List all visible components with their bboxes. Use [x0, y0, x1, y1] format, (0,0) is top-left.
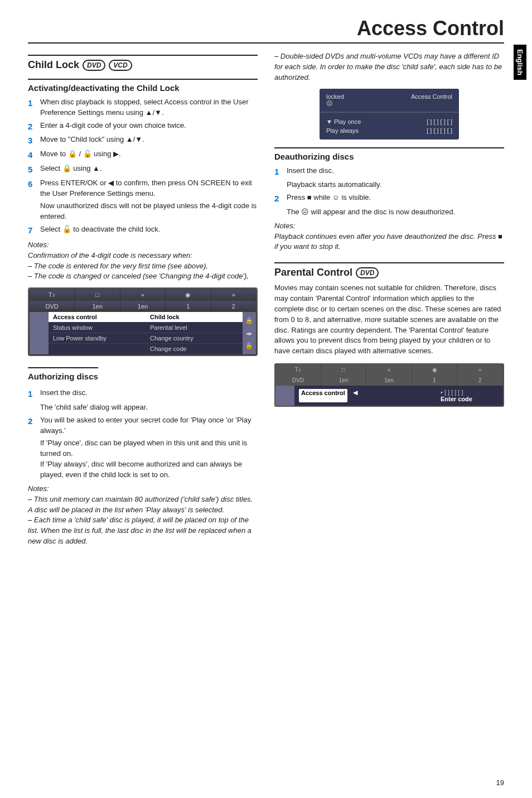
osd-lock-icons: 🔒 ◂▸ 🔓 [243, 312, 256, 354]
step-num-1: 1 [28, 97, 40, 118]
osd-tab-label: DVD [30, 301, 75, 312]
osd-row-left: ▼ Play once [326, 118, 361, 125]
deauth-indent1: Playback starts automatically. [287, 180, 504, 190]
osd-tab: » [211, 289, 256, 301]
osd-row-right: [ ] [ ] [ ] [ ] [427, 127, 452, 134]
osd-tab: ◉ [166, 289, 211, 301]
step-text: Press ■ while ☺ is visible. [287, 193, 504, 205]
osd-tab-label: 2 [457, 375, 503, 386]
step-num-3: 3 [28, 134, 40, 147]
authorizing-indent: The 'child safe' dialog will appear. [40, 402, 258, 413]
osd-tab: □ [321, 364, 367, 375]
notes-block-1: Notes: Confirmation of the 4-digit code … [28, 240, 258, 282]
left-column: Child Lock DVD VCD Activating/deactivati… [28, 51, 258, 547]
osd-menu-right: Child lock Parental level Change country… [146, 312, 243, 354]
step-text: Select 🔒 using ▲. [40, 164, 258, 176]
osd-screenshot-1: T♪ □ « ◉ » DVD 1en 1en 1 2 Access contro [28, 287, 258, 356]
step-num-6: 6 [28, 178, 40, 199]
right-column: – Double-sided DVDs and multi-volume VCD… [274, 51, 504, 547]
subsection-deauthorizing: Deauthorizing discs [274, 147, 504, 161]
osd-row-left: Play always [326, 127, 359, 134]
osd-tab-label: 1 [166, 301, 211, 312]
lock-closed-icon: 🔒 [245, 317, 253, 324]
step-num-5: 5 [28, 164, 40, 176]
section-child-lock-label: Child Lock [28, 59, 79, 71]
osd-row-right: Parental level [150, 324, 187, 331]
osd-screenshot-2: T♪ □ « ◉ » DVD 1en 1en 1 2 Access contro… [274, 363, 504, 407]
step-text: Move to "Child lock" using ▲/▼. [40, 134, 258, 147]
osd-row-left: Low Power standby [53, 335, 107, 342]
step-text: Select 🔓 to deactivate the child lock. [40, 224, 258, 237]
osd-sidebar [275, 386, 294, 406]
step-text: When disc playback is stopped, select Ac… [40, 97, 258, 118]
activating-step7: 7Select 🔓 to deactivate the child lock. [28, 224, 258, 237]
notes-block-2: Notes: – This unit memory can maintain 8… [28, 484, 258, 547]
top-note: – Double-sided DVDs and multi-volume VCD… [274, 51, 504, 83]
osd-locked-dialog: locked☹ Access Control ▼ Play once[ ] [ … [320, 89, 459, 140]
deauth-step2: 2Press ■ while ☺ is visible. [274, 193, 504, 205]
osd-menu: Access control Status window Low Power s… [49, 312, 146, 354]
notes-heading: Notes: [28, 240, 258, 251]
note-line: – The code is entered for the very first… [28, 261, 258, 272]
note-line: – This unit memory can maintain 80 autho… [28, 494, 258, 516]
authorizing-para-b: If 'Play always', disc will become autho… [40, 459, 258, 480]
osd-row-right: Child lock [150, 314, 180, 320]
dvd-badge-icon: DVD [83, 60, 105, 71]
osd-row-right: Change country [150, 335, 194, 342]
subsection-authorizing: Authorizing discs [28, 367, 98, 381]
vcd-badge-icon: VCD [109, 60, 132, 71]
osd-tab-label: 1en [75, 301, 120, 312]
osd-sidebar-icons [30, 312, 49, 354]
step-num-1: 1 [28, 388, 40, 400]
osd-tab: ◉ [412, 364, 458, 375]
lock-open-icon: 🔓 [245, 342, 253, 349]
osd-tab: « [120, 289, 166, 301]
step-text: Enter a 4-digit code of your own choice … [40, 121, 258, 133]
section-child-lock: Child Lock DVD VCD [28, 55, 258, 71]
step-num-1: 1 [274, 166, 287, 178]
osd-access-control-hi: Access control [299, 389, 347, 402]
osd-tab-label: DVD [275, 375, 321, 386]
osd-enter-code: Enter code [441, 396, 499, 402]
osd-row-left: Access control [53, 314, 97, 320]
osd-head-left: locked☹ [326, 93, 344, 107]
osd-tab: T♪ [30, 289, 75, 301]
step-num-7: 7 [28, 224, 40, 237]
step-num-2: 2 [274, 193, 287, 205]
activating-steps: 1When disc playback is stopped, select A… [28, 97, 258, 199]
page-number: 19 [496, 778, 504, 787]
step-num-4: 4 [28, 149, 40, 161]
notes-heading: Notes: [274, 221, 504, 232]
arrows-icon: ◂▸ [246, 330, 253, 337]
authorizing-para-a: If 'Play once', disc can be played when … [40, 438, 258, 459]
parental-para: Movies may contain scenes not suitable f… [274, 283, 504, 357]
osd-tab: » [457, 364, 503, 375]
step-num-2: 2 [28, 415, 40, 436]
step6-note: Now unauthorized discs will not be playe… [40, 201, 258, 222]
step-text: Insert the disc. [287, 166, 504, 178]
step-text: Insert the disc. [40, 388, 258, 400]
step-text: Press ENTER/OK or ◀ to confirm, then pre… [40, 178, 258, 199]
subsection-activating: Activating/deactivating the Child Lock [28, 79, 258, 93]
deauth-steps: 1Insert the disc. [274, 166, 504, 178]
authorizing-step2: 2You will be asked to enter your secret … [28, 415, 258, 436]
deauth-indent2: The ☹ will appear and the disc is now de… [287, 207, 504, 218]
note-line: – The code is changed or canceled (see '… [28, 271, 258, 282]
osd-tab: □ [75, 289, 120, 301]
note-line: Playback continues even after you have d… [274, 232, 504, 253]
note-line: Confirmation of the 4-digit code is nece… [28, 251, 258, 261]
step-text: Move to 🔒 / 🔓 using ▶. [40, 149, 258, 161]
step-text: You will be asked to enter your secret c… [40, 415, 258, 436]
osd-tab-label: 1 [412, 375, 458, 386]
step-num-2: 2 [28, 121, 40, 133]
page-title: Access Control [28, 17, 504, 44]
osd-row-left: Status window [53, 324, 93, 331]
osd-code-dots: • [ ] [ ] [ ] [441, 389, 499, 396]
osd-tab: T♪ [275, 364, 321, 375]
note-line: – Each time a 'child safe' disc is playe… [28, 515, 258, 547]
notes-block-3: Notes: Playback continues even after you… [274, 221, 504, 253]
section-parental-control: Parental Control DVD [274, 262, 504, 278]
osd-mid: Access control ◀ [294, 386, 436, 406]
osd-row-right: Change code [150, 345, 186, 352]
sad-face-icon: ☹ [326, 100, 332, 107]
